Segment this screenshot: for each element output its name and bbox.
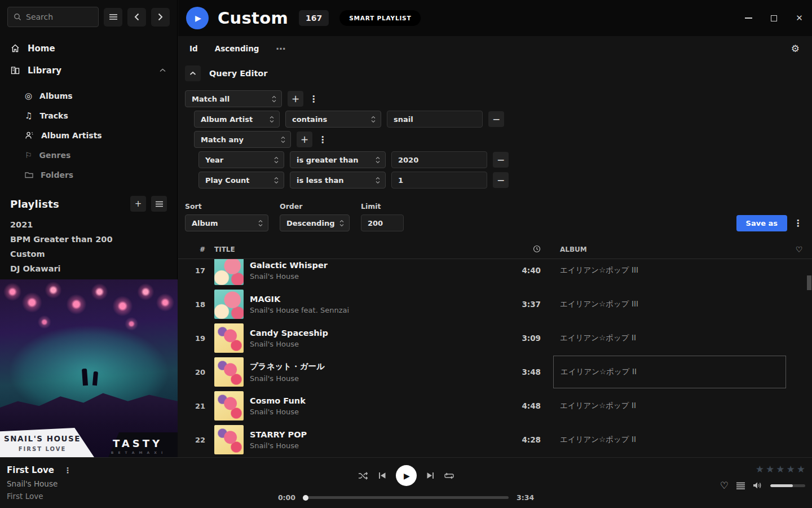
- rule-operator-select[interactable]: is greater than: [290, 151, 386, 168]
- track-album[interactable]: エイリアン☆ポップ II: [553, 423, 786, 456]
- column-header-album[interactable]: ALBUM: [553, 246, 786, 253]
- nav-back-button[interactable]: [127, 8, 146, 27]
- sidebar-item-library[interactable]: Library: [0, 59, 177, 81]
- playlist-item[interactable]: BPM Greater than 200: [0, 232, 177, 247]
- save-options-button[interactable]: ⋮: [791, 215, 805, 231]
- rule-field-select[interactable]: Year: [198, 151, 284, 168]
- favorite-button[interactable]: ♡: [720, 480, 729, 491]
- track-album[interactable]: エイリアン☆ポップ II: [553, 321, 786, 355]
- star-icon[interactable]: ★: [797, 463, 805, 475]
- add-rule-button[interactable]: +: [297, 132, 312, 147]
- sidebar-item-genres[interactable]: ⚐ Genres: [0, 145, 177, 165]
- sort-select[interactable]: Album: [185, 214, 268, 231]
- track-row[interactable]: 17 Galactic Whisper Snail's House 4:40 エ…: [178, 259, 812, 287]
- track-artist[interactable]: Snail's House: [250, 441, 307, 450]
- queue-button[interactable]: [736, 482, 745, 489]
- column-header-duration[interactable]: [501, 245, 541, 255]
- sidebar-item-albums[interactable]: ◎ Albums: [0, 86, 177, 106]
- playlist-item[interactable]: DJ Okawari: [0, 261, 177, 276]
- nav-forward-button[interactable]: [151, 8, 170, 27]
- search-input[interactable]: [26, 12, 92, 21]
- save-as-button[interactable]: Save as: [736, 215, 787, 231]
- now-playing-title[interactable]: First Love: [7, 465, 54, 475]
- track-album[interactable]: エイリアン☆ポップ III: [553, 287, 786, 321]
- seek-bar[interactable]: [303, 496, 509, 499]
- sidebar-item-home[interactable]: Home: [0, 37, 177, 59]
- play-button[interactable]: ▶: [396, 465, 417, 486]
- seek-handle[interactable]: [303, 495, 308, 501]
- remove-rule-button[interactable]: −: [493, 172, 509, 188]
- track-row[interactable]: 19 Candy Spaceship Snail's House 3:09 エイ…: [178, 321, 812, 355]
- play-icon: ▶: [195, 14, 201, 23]
- remove-rule-button[interactable]: −: [488, 111, 504, 127]
- collapse-query-editor-button[interactable]: [185, 65, 201, 81]
- rule-field-select[interactable]: Album Artist: [194, 111, 280, 128]
- track-artist[interactable]: Snail's House: [250, 408, 306, 416]
- column-header-title[interactable]: TITLE: [214, 246, 501, 253]
- sidebar-item-folders[interactable]: Folders: [0, 165, 177, 185]
- gear-icon[interactable]: ⚙: [791, 43, 800, 54]
- scrollbar-thumb[interactable]: [807, 275, 811, 290]
- sort-direction-button[interactable]: Ascending: [215, 44, 259, 53]
- play-playlist-button[interactable]: ▶: [186, 7, 209, 29]
- sidebar-item-album-artists[interactable]: Album Artists: [0, 125, 177, 145]
- track-row[interactable]: 22 STARRY POP Snail's House 4:28 エイリアン☆ポ…: [178, 423, 812, 456]
- playlist-item[interactable]: 2021: [0, 217, 177, 232]
- volume-button[interactable]: [753, 481, 762, 489]
- limit-input[interactable]: [361, 214, 404, 231]
- menu-button[interactable]: [104, 8, 122, 27]
- star-icon[interactable]: ★: [756, 463, 764, 475]
- sort-field-button[interactable]: Id: [189, 44, 198, 53]
- column-header-favorite[interactable]: ♡: [786, 245, 812, 254]
- order-select[interactable]: Descending: [280, 214, 350, 231]
- track-artist[interactable]: Snail's House: [250, 374, 325, 383]
- track-row[interactable]: 21 Cosmo Funk Snail's House 4:48 エイリアン☆ポ…: [178, 389, 812, 423]
- track-artist[interactable]: Snail's House: [250, 272, 328, 281]
- minimize-button[interactable]: [736, 0, 761, 36]
- track-title[interactable]: STARRY POP: [250, 430, 307, 439]
- rule-field-select[interactable]: Play Count: [198, 172, 284, 189]
- search-box[interactable]: [7, 7, 99, 27]
- track-title[interactable]: MAGIK: [250, 295, 349, 304]
- now-playing-options-button[interactable]: ⋮: [64, 466, 72, 475]
- rule-value-input[interactable]: [387, 111, 483, 128]
- maximize-button[interactable]: [761, 0, 787, 36]
- match-type-select[interactable]: Match all: [185, 90, 282, 107]
- playlist-item[interactable]: Custom: [0, 247, 177, 261]
- track-title[interactable]: Cosmo Funk: [250, 396, 306, 405]
- track-artist[interactable]: Snail's House: [250, 340, 328, 348]
- track-row[interactable]: 20 プラネット・ガール Snail's House 3:48 エイリアン☆ポッ…: [178, 355, 812, 389]
- repeat-button[interactable]: [444, 472, 454, 480]
- add-playlist-button[interactable]: +: [130, 196, 146, 212]
- star-icon[interactable]: ★: [776, 463, 784, 475]
- match-type-select[interactable]: Match any: [194, 131, 291, 148]
- track-title[interactable]: Galactic Whisper: [250, 261, 328, 270]
- rule-operator-select[interactable]: is less than: [290, 172, 386, 189]
- sidebar-item-tracks[interactable]: ♫ Tracks: [0, 106, 177, 125]
- previous-button[interactable]: [378, 472, 386, 479]
- track-title[interactable]: Candy Spaceship: [250, 329, 328, 338]
- now-playing-artist[interactable]: Snail's House: [7, 479, 72, 488]
- group-options-button[interactable]: ⋮: [309, 94, 318, 104]
- playlist-list-button[interactable]: [151, 196, 167, 212]
- track-album[interactable]: エイリアン☆ポップ III: [553, 259, 786, 287]
- remove-rule-button[interactable]: −: [493, 152, 509, 168]
- track-title[interactable]: プラネット・ガール: [250, 361, 325, 372]
- track-album[interactable]: エイリアン☆ポップ II: [553, 389, 786, 423]
- track-artist[interactable]: Snail's House feat. Sennzai: [250, 306, 349, 314]
- star-icon[interactable]: ★: [787, 463, 795, 475]
- group-options-button[interactable]: ⋮: [318, 134, 327, 145]
- next-button[interactable]: [426, 472, 434, 479]
- rule-value-input[interactable]: [391, 151, 487, 168]
- rule-operator-select[interactable]: contains: [285, 111, 381, 128]
- close-button[interactable]: ✕: [787, 0, 812, 36]
- more-options-button[interactable]: ⋯: [276, 43, 286, 54]
- volume-slider[interactable]: [770, 484, 805, 487]
- track-row[interactable]: 18 MAGIK Snail's House feat. Sennzai 3:3…: [178, 287, 812, 321]
- shuffle-button[interactable]: [358, 472, 369, 480]
- now-playing-album[interactable]: First Love: [7, 492, 72, 501]
- track-album-focused-cell[interactable]: エイリアン☆ポップ II: [553, 356, 786, 388]
- add-rule-button[interactable]: +: [288, 91, 303, 107]
- rule-value-input[interactable]: [391, 172, 487, 189]
- star-icon[interactable]: ★: [766, 463, 774, 475]
